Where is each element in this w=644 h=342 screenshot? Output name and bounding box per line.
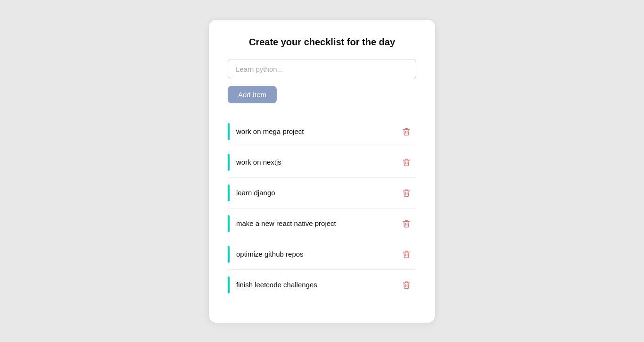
item-text: work on nextjs bbox=[236, 158, 281, 166]
item-text: finish leetcode challenges bbox=[236, 281, 317, 289]
item-bar bbox=[228, 154, 230, 171]
list-item: optimize github repos bbox=[228, 239, 416, 270]
item-left: work on nextjs bbox=[228, 154, 281, 171]
trash-icon bbox=[402, 158, 411, 167]
card-title: Create your checklist for the day bbox=[228, 37, 416, 48]
trash-icon bbox=[402, 250, 411, 259]
checklist-card: Create your checklist for the day Add It… bbox=[209, 20, 435, 323]
item-left: make a new react native project bbox=[228, 215, 336, 232]
delete-button[interactable] bbox=[400, 279, 413, 291]
list-item: work on nextjs bbox=[228, 147, 416, 178]
item-left: learn django bbox=[228, 184, 275, 201]
trash-icon bbox=[402, 219, 411, 228]
trash-icon bbox=[402, 127, 411, 136]
item-bar bbox=[228, 215, 230, 232]
delete-button[interactable] bbox=[400, 156, 413, 168]
delete-button[interactable] bbox=[400, 187, 413, 199]
list-item: learn django bbox=[228, 178, 416, 209]
trash-icon bbox=[402, 281, 411, 289]
trash-icon bbox=[402, 189, 411, 197]
item-bar bbox=[228, 123, 230, 140]
item-text: make a new react native project bbox=[236, 219, 336, 227]
item-text: optimize github repos bbox=[236, 250, 304, 258]
delete-button[interactable] bbox=[400, 125, 413, 138]
item-bar bbox=[228, 276, 230, 293]
delete-button[interactable] bbox=[400, 217, 413, 230]
item-left: finish leetcode challenges bbox=[228, 276, 317, 293]
item-left: optimize github repos bbox=[228, 246, 304, 263]
list-item: work on mega project bbox=[228, 117, 416, 147]
item-bar bbox=[228, 184, 230, 201]
checklist: work on mega project work on nextjs bbox=[228, 117, 416, 300]
item-text: learn django bbox=[236, 189, 275, 197]
delete-button[interactable] bbox=[400, 248, 413, 260]
list-item: finish leetcode challenges bbox=[228, 270, 416, 300]
add-item-button[interactable]: Add Item bbox=[228, 86, 277, 103]
task-input[interactable] bbox=[228, 59, 416, 79]
item-bar bbox=[228, 246, 230, 263]
list-item: make a new react native project bbox=[228, 209, 416, 239]
item-left: work on mega project bbox=[228, 123, 304, 140]
item-text: work on mega project bbox=[236, 127, 304, 135]
